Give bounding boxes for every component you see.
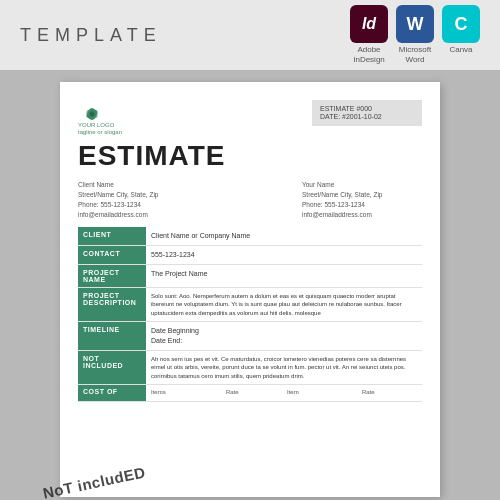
template-title: TEMPLATE [20, 25, 162, 46]
col1-items-header: Items [151, 388, 206, 396]
value-timeline: Date BeginningDate End: [146, 322, 422, 351]
svg-point-3 [90, 112, 95, 117]
estimate-date: DATE: #2001-10-02 [320, 113, 414, 120]
canva-icon-box: C [442, 5, 480, 43]
logo-subtext: tagline or slogan [78, 129, 122, 136]
table-row-cost: COST OF Items Rate Item [78, 384, 422, 401]
estimate-number: ESTIMATE #000 [320, 105, 414, 112]
logo-svg-icon [78, 100, 106, 120]
table-row-not-included: NOT INCLUDED Ah nos sem ius pes et vit. … [78, 350, 422, 384]
estimate-title: ESTIMATE [78, 140, 225, 172]
word-abbr: W [407, 14, 424, 35]
client-email-left: info@emailaddress.com [78, 210, 158, 220]
client-name-left: Client Name [78, 180, 158, 190]
app-icon-indesign[interactable]: Id AdobeInDesign [350, 5, 388, 64]
client-info-right: Your Name Street/Name City, State, Zip P… [302, 180, 422, 219]
value-client: Client Name or Company Name [146, 227, 422, 245]
label-contact: CONTACT [78, 246, 146, 265]
canva-abbr: C [455, 14, 468, 35]
app-icon-canva[interactable]: C Canva [442, 5, 480, 55]
indesign-icon-box: Id [350, 5, 388, 43]
estimate-table: CLIENT Client Name or Company Name CONTA… [78, 227, 422, 402]
label-cost: COST OF [78, 384, 146, 401]
label-timeline: TIMELINE [78, 322, 146, 351]
items-col-1: Items Rate [151, 388, 281, 397]
word-label: MicrosoftWord [399, 45, 431, 64]
table-row-client: CLIENT Client Name or Company Name [78, 227, 422, 245]
value-project-desc: Solo sunt: Aoo. Nemperferum autem a dolu… [146, 287, 422, 321]
label-project-name: PROJECT NAME [78, 264, 146, 287]
value-contact: 555-123-1234 [146, 246, 422, 265]
app-icons-group: Id AdobeInDesign W MicrosoftWord C Canva [350, 5, 480, 64]
col2-items-header: Item [287, 388, 342, 396]
app-icon-word[interactable]: W MicrosoftWord [396, 5, 434, 64]
doc-meta-right: ESTIMATE #000 DATE: #2001-10-02 [312, 100, 422, 126]
document: YOUR LOGO tagline or slogan ESTIMATE EST… [60, 82, 440, 497]
client-info-row: Client Name Street/Name City, State, Zip… [78, 180, 422, 219]
logo-section: YOUR LOGO tagline or slogan ESTIMATE [78, 100, 225, 172]
client-phone-right: Phone: 555-123-1234 [302, 200, 422, 210]
word-icon-box: W [396, 5, 434, 43]
not-included-stamp: NoT includED [42, 474, 146, 491]
label-client: CLIENT [78, 227, 146, 245]
table-row-contact: CONTACT 555-123-1234 [78, 246, 422, 265]
value-cost: Items Rate Item Rate [146, 384, 422, 401]
logo-text: YOUR LOGO [78, 122, 114, 129]
client-address-left: Street/Name City, State, Zip [78, 190, 158, 200]
label-project-desc: PROJECT DESCRIPTION [78, 287, 146, 321]
items-grid: Items Rate Item Rate [151, 388, 417, 397]
value-not-included: Ah nos sem ius pes et vit. Ce maturdatus… [146, 350, 422, 384]
main-area: YOUR LOGO tagline or slogan ESTIMATE EST… [0, 70, 500, 500]
top-bar: TEMPLATE Id AdobeInDesign W MicrosoftWor… [0, 0, 500, 70]
indesign-abbr: Id [362, 15, 376, 33]
client-phone-left: Phone: 555-123-1234 [78, 200, 158, 210]
items-header-1: Items Rate [151, 388, 281, 396]
doc-header: YOUR LOGO tagline or slogan ESTIMATE EST… [78, 100, 422, 172]
table-row-project-desc: PROJECT DESCRIPTION Solo sunt: Aoo. Nemp… [78, 287, 422, 321]
client-info-left: Client Name Street/Name City, State, Zip… [78, 180, 158, 219]
value-project-name: The Project Name [146, 264, 422, 287]
indesign-label: AdobeInDesign [353, 45, 385, 64]
col1-rate-header: Rate [226, 388, 281, 396]
label-not-included: NOT INCLUDED [78, 350, 146, 384]
client-name-right: Your Name [302, 180, 422, 190]
items-header-2: Item Rate [287, 388, 417, 396]
table-row-project-name: PROJECT NAME The Project Name [78, 264, 422, 287]
items-col-2: Item Rate [287, 388, 417, 397]
canva-label: Canva [449, 45, 472, 55]
client-email-right: info@emailaddress.com [302, 210, 422, 220]
table-row-timeline: TIMELINE Date BeginningDate End: [78, 322, 422, 351]
col2-rate-header: Rate [362, 388, 417, 396]
client-address-right: Street/Name City, State, Zip [302, 190, 422, 200]
